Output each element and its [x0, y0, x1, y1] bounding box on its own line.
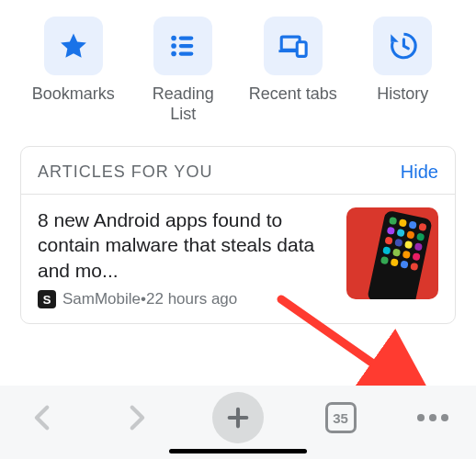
article-meta: S SamMobile • 22 hours ago	[38, 290, 334, 308]
quick-access-row: Bookmarks Reading List Recent tabs	[0, 0, 476, 133]
svg-point-2	[172, 43, 177, 49]
devices-icon	[264, 17, 323, 75]
article-item[interactable]: 8 new Android apps found to contain malw…	[21, 195, 455, 323]
svg-point-0	[172, 36, 177, 41]
label: History	[377, 84, 428, 105]
home-indicator	[169, 449, 307, 453]
bookmarks-button[interactable]: Bookmarks	[28, 17, 119, 124]
svg-point-4	[172, 51, 177, 57]
list-icon	[153, 17, 212, 75]
back-button[interactable]	[28, 402, 59, 433]
article-thumbnail	[346, 207, 438, 299]
history-button[interactable]: History	[357, 17, 448, 124]
svg-rect-5	[179, 51, 194, 55]
label: Reading List	[137, 84, 229, 124]
svg-rect-8	[297, 42, 306, 57]
label: Recent tabs	[249, 84, 337, 105]
forward-button[interactable]	[120, 402, 152, 433]
article-source: SamMobile	[62, 290, 141, 308]
svg-rect-3	[179, 44, 194, 48]
tabs-button[interactable]: 35	[325, 402, 357, 433]
reading-list-button[interactable]: Reading List	[137, 17, 229, 124]
articles-card: ARTICLES FOR YOU Hide 8 new Android apps…	[20, 146, 456, 324]
source-icon: S	[38, 290, 56, 308]
tabs-count-badge: 35	[325, 402, 357, 433]
new-tab-button[interactable]	[212, 392, 264, 443]
recent-tabs-button[interactable]: Recent tabs	[247, 17, 339, 124]
hide-link[interactable]: Hide	[401, 162, 438, 183]
history-icon	[373, 17, 432, 75]
bottom-toolbar: 35	[0, 386, 476, 459]
card-header: ARTICLES FOR YOU Hide	[21, 147, 455, 194]
article-title: 8 new Android apps found to contain malw…	[38, 207, 334, 283]
article-time: 22 hours ago	[146, 290, 237, 308]
svg-rect-1	[179, 36, 194, 39]
more-button[interactable]	[417, 414, 448, 421]
label: Bookmarks	[32, 84, 115, 105]
star-icon	[44, 17, 103, 75]
section-title: ARTICLES FOR YOU	[38, 162, 212, 182]
